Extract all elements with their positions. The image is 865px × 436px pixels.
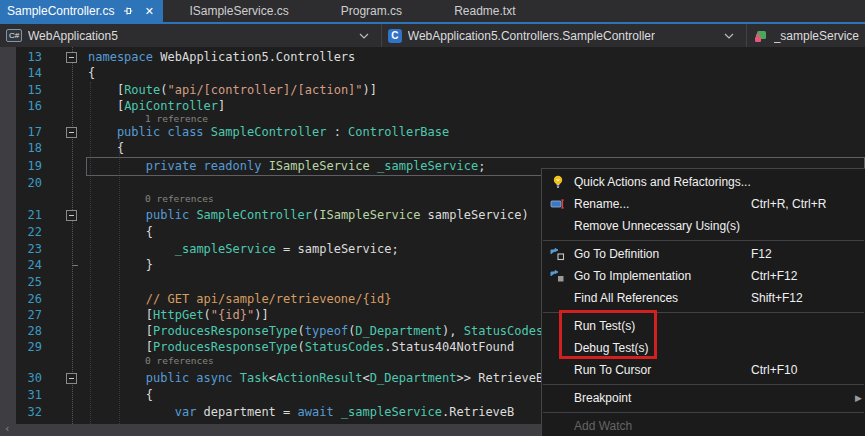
menu-item-label: Rename...	[574, 197, 629, 211]
csharp-project-icon: C#	[6, 29, 22, 42]
menu-item-quick-actions-and-refactorings[interactable]: Quick Actions and Refactorings...	[542, 171, 865, 193]
lightbulb-icon	[550, 174, 566, 190]
menu-item-label: Quick Actions and Refactorings...	[574, 175, 751, 189]
menu-item-find-all-references[interactable]: Find All ReferencesShift+F12	[542, 287, 865, 309]
member-name: _sampleService	[774, 29, 859, 43]
menu-item-rename[interactable]: Rename...Ctrl+R, Ctrl+R	[542, 193, 865, 215]
code-line[interactable]: 13namespace WebApplication5.Controllers	[0, 49, 865, 66]
code-line[interactable]: 14{	[0, 65, 865, 82]
line-number: 25	[0, 274, 42, 291]
code-text: {	[88, 387, 153, 404]
tab-label: SampleController.cs	[7, 4, 114, 18]
menu-item-label: Add Watch	[574, 419, 632, 433]
line-number: 19	[0, 158, 42, 175]
class-icon: C	[388, 29, 402, 43]
line-number: 23	[0, 241, 42, 258]
line-number: 26	[0, 291, 42, 308]
pin-icon[interactable]	[121, 4, 135, 18]
menu-item-go-to-implementation[interactable]: Go To ImplementationCtrl+F12	[542, 265, 865, 287]
type-name: WebApplication5.Controllers.SampleContro…	[408, 29, 655, 43]
line-number: 24	[0, 257, 42, 274]
line-number: 31	[0, 387, 42, 404]
menu-item-label: Breakpoint	[574, 391, 631, 405]
editor-context-menu: Quick Actions and Refactorings...Rename.…	[541, 168, 865, 436]
codelens-references[interactable]: 0 references	[145, 193, 214, 205]
code-text: var department = await _sampleService.Re…	[88, 404, 514, 421]
line-number: 32	[0, 404, 42, 421]
submenu-arrow-icon: ▶	[855, 393, 862, 403]
code-text: [ProducesResponseType(typeof(D_Departmen…	[88, 323, 543, 340]
line-number: 17	[0, 124, 42, 141]
menu-item-breakpoint[interactable]: Breakpoint▶	[542, 387, 865, 409]
menu-item-label: Go To Implementation	[574, 269, 691, 283]
code-text: private readonly ISampleService _sampleS…	[88, 158, 485, 175]
code-text: public class SampleController : Controll…	[88, 124, 449, 141]
menu-item-run-to-cursor[interactable]: Run To CursorCtrl+F10	[542, 359, 865, 381]
line-number: 21	[0, 207, 42, 224]
fold-end-tick	[72, 265, 78, 266]
chevron-down-icon[interactable]	[724, 33, 740, 39]
fold-collapse-icon[interactable]	[66, 210, 77, 221]
menu-item-label: Find All References	[574, 291, 678, 305]
fold-collapse-icon[interactable]	[66, 127, 77, 138]
menu-item-add-watch: Add Watch	[542, 415, 865, 436]
tab-readme[interactable]: Readme.txt	[428, 0, 541, 22]
navigation-bar: C# WebApplication5 C WebApplication5.Con…	[0, 24, 865, 47]
menu-item-remove-unnecessary-using-s[interactable]: Remove Unnecessary Using(s)	[542, 215, 865, 237]
rename-icon	[550, 196, 566, 212]
line-number: 30	[0, 370, 42, 387]
code-text: [HttpGet("{id}")]	[88, 307, 269, 324]
fold-collapse-icon[interactable]	[66, 52, 77, 63]
close-icon[interactable]: ✕	[142, 4, 156, 18]
code-text: }	[88, 257, 153, 274]
chevron-down-icon[interactable]	[359, 33, 375, 39]
menu-separator	[543, 412, 864, 413]
menu-item-shortcut: F12	[751, 247, 772, 261]
vs-window: SampleController.cs ✕ ISampleService.cs …	[0, 0, 865, 436]
codelens-references[interactable]: 0 references	[145, 355, 214, 367]
member-dropdown[interactable]: _sampleService	[747, 24, 865, 47]
code-text: {	[88, 65, 95, 82]
type-dropdown[interactable]: C WebApplication5.Controllers.SampleCont…	[382, 24, 747, 47]
menu-item-shortcut: Ctrl+F10	[751, 363, 797, 377]
code-text: [ProducesResponseType(StatusCodes.Status…	[88, 339, 514, 356]
code-text: // GET api/sample/retrieveone/{id}	[88, 291, 391, 308]
field-private-icon	[753, 29, 768, 43]
tab-isampleservice[interactable]: ISampleService.cs	[163, 0, 314, 22]
code-text: _sampleService = sampleService;	[88, 241, 399, 258]
code-text: public async Task<ActionResult<D_Departm…	[88, 370, 543, 387]
menu-item-label: Run To Cursor	[574, 363, 651, 377]
code-line[interactable]: 17 public class SampleController : Contr…	[0, 124, 865, 141]
line-number: 27	[0, 307, 42, 324]
line-number: 20	[0, 175, 42, 192]
menu-item-shortcut: Shift+F12	[751, 291, 803, 305]
code-line[interactable]: 18 {	[0, 140, 865, 157]
scroll-left-arrow-icon[interactable]: ‹	[4, 423, 11, 435]
code-text: {	[88, 140, 124, 157]
code-text: namespace WebApplication5.Controllers	[88, 49, 355, 66]
project-dropdown[interactable]: C# WebApplication5	[0, 24, 382, 47]
menu-separator	[543, 384, 864, 385]
menu-separator	[543, 240, 864, 241]
menu-item-shortcut: Ctrl+R, Ctrl+R	[751, 197, 826, 211]
goto-definition-icon	[550, 246, 566, 262]
line-number: 29	[0, 339, 42, 356]
line-number: 18	[0, 140, 42, 157]
goto-implementation-icon	[550, 268, 566, 284]
tab-samplecontroller[interactable]: SampleController.cs ✕	[0, 0, 163, 22]
tab-program[interactable]: Program.cs	[315, 0, 428, 22]
code-text: {	[88, 224, 153, 241]
document-tabbar: SampleController.cs ✕ ISampleService.cs …	[0, 0, 865, 22]
code-text: [Route("api/[controller]/[action]")]	[88, 82, 377, 99]
project-name: WebApplication5	[28, 29, 118, 43]
menu-item-go-to-definition[interactable]: Go To DefinitionF12	[542, 243, 865, 265]
fold-collapse-icon[interactable]	[66, 373, 77, 384]
code-text: public SampleController(ISampleService s…	[88, 207, 529, 224]
line-number: 14	[0, 65, 42, 82]
menu-item-label: Remove Unnecessary Using(s)	[574, 219, 740, 233]
menu-item-label: Go To Definition	[574, 247, 659, 261]
annotation-red-box	[559, 310, 657, 359]
code-line[interactable]: 15 [Route("api/[controller]/[action]")]	[0, 82, 865, 99]
line-number: 28	[0, 323, 42, 340]
line-number: 15	[0, 82, 42, 99]
